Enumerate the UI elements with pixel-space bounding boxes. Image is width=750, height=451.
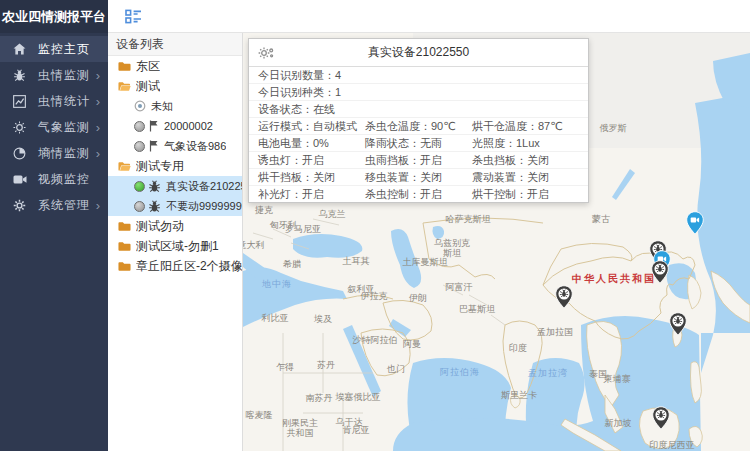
sidebar-item-system-manage[interactable]: 系统管理› — [0, 192, 108, 218]
popup-stat-row: 运行模式：自动模式杀虫仓温度：90℃烘干仓温度：87℃ — [249, 118, 588, 135]
popup-stat-row: 设备状态：在线 — [249, 101, 588, 118]
popup-stat-cell: 烘干挡板：关闭 — [258, 169, 365, 185]
sidebar-item-video-monitor[interactable]: 视频监控 — [0, 166, 108, 192]
sidebar-item-label: 监控主页 — [38, 41, 100, 58]
popup-stat-cell: 烘干仓温度：87℃ — [472, 118, 579, 134]
tree-item-device[interactable]: 20000002 — [108, 116, 242, 136]
popup-stat-cell: 移虫装置：关闭 — [365, 169, 472, 185]
sidebar: 农业四情测报平台 监控主页虫情监测›虫情统计›气象监测›墒情监测›视频监控系统管… — [0, 0, 108, 451]
map-marker-insect-device[interactable] — [651, 260, 669, 288]
tree-item-label: 气象设备986 — [164, 139, 226, 154]
popup-stat-row: 今日识别数量：4 — [249, 67, 588, 84]
sidebar-item-monitor-home[interactable]: 监控主页 — [0, 36, 108, 62]
map-marker-insect-device[interactable] — [669, 312, 687, 340]
tree-item-label: 测试 — [136, 78, 160, 95]
sun-icon — [13, 120, 28, 134]
map-marker-camera-device[interactable] — [686, 211, 704, 239]
chevron-right-icon: › — [96, 69, 100, 82]
sidebar-item-insect-monitor[interactable]: 虫情监测› — [0, 62, 108, 88]
popup-stat-row: 烘干挡板：关闭移虫装置：关闭震动装置：关闭 — [249, 169, 588, 186]
chevron-right-icon: › — [96, 95, 100, 108]
tree-item-device[interactable]: 未知 — [108, 96, 242, 116]
layout-list-icon[interactable] — [125, 9, 142, 24]
folder-open-icon — [118, 161, 131, 172]
tree-item-folder[interactable]: 章丘阳丘区-2个摄像头 — [108, 256, 242, 276]
sidebar-menu: 监控主页虫情监测›虫情统计›气象监测›墒情监测›视频监控系统管理› — [0, 33, 108, 218]
sidebar-item-label: 气象监测 — [38, 119, 96, 136]
device-station-icon — [148, 120, 159, 132]
device-tree: 东区测试未知20000002气象设备986测试专用真实设备21022550不要动… — [108, 56, 242, 276]
folder-closed-icon — [118, 241, 131, 252]
tree-item-device[interactable]: 气象设备986 — [108, 136, 242, 156]
device-bug-icon — [148, 200, 161, 213]
popup-stat-cell: 光照度：1Lux — [472, 135, 579, 151]
map-marker-insect-device[interactable] — [555, 285, 573, 313]
popup-stat-cell: 电池电量：0% — [258, 135, 365, 151]
device-bug-icon — [148, 180, 161, 193]
tree-item-folder[interactable]: 测试勿动 — [108, 216, 242, 236]
device-info-popup: 真实设备21022550 今日识别数量：4今日识别种类：1设备状态：在线运行模式… — [248, 38, 589, 203]
popup-stat-cell: 诱虫灯：开启 — [258, 152, 365, 168]
popup-stat-cell: 震动装置：关闭 — [472, 169, 579, 185]
popup-stat-cell: 杀虫挡板：关闭 — [472, 152, 579, 168]
popup-stat-row: 补光灯：开启杀虫控制：开启烘干控制：开启 — [249, 186, 588, 202]
popup-stat-row: 诱虫灯：开启虫雨挡板：开启杀虫挡板：关闭 — [249, 152, 588, 169]
tree-item-label: 未知 — [151, 99, 173, 114]
tree-item-label: 测试专用 — [136, 158, 184, 175]
sidebar-item-soil-monitor[interactable]: 墒情监测› — [0, 140, 108, 166]
tree-item-label: 测试勿动 — [136, 218, 184, 235]
tree-item-folder[interactable]: 测试区域-勿删1 — [108, 236, 242, 256]
popup-stat-row: 今日识别种类：1 — [249, 84, 588, 101]
tree-item-device[interactable]: 真实设备21022550 — [108, 176, 242, 196]
tree-item-folder[interactable]: 测试专用 — [108, 156, 242, 176]
chevron-right-icon: › — [96, 199, 100, 212]
status-dot-online — [134, 181, 145, 192]
chevron-right-icon: › — [96, 121, 100, 134]
tree-item-label: 章丘阳丘区-2个摄像头 — [136, 258, 242, 275]
sidebar-item-label: 系统管理 — [38, 197, 96, 214]
settings-gear-icon[interactable] — [258, 46, 274, 60]
tree-item-label: 测试区域-勿删1 — [136, 238, 219, 255]
chart-icon — [13, 94, 28, 108]
popup-stat-cell: 杀虫控制：开启 — [365, 186, 472, 202]
popup-stat-cell: 运行模式：自动模式 — [258, 118, 365, 134]
tree-item-label: 20000002 — [164, 120, 213, 132]
popup-stat-cell: 虫雨挡板：开启 — [365, 152, 472, 168]
sidebar-item-label: 墒情监测 — [38, 145, 96, 162]
tree-item-label: 真实设备21022550 — [166, 179, 242, 194]
status-dot-offline — [134, 141, 145, 152]
popup-stat-cell: 补光灯：开启 — [258, 186, 365, 202]
popup-stat-cell: 烘干控制：开启 — [472, 186, 579, 202]
folder-closed-icon — [118, 221, 131, 232]
map-marker-insect-device[interactable] — [652, 406, 670, 434]
status-dot-offline — [134, 121, 145, 132]
sidebar-item-label: 虫情统计 — [38, 93, 96, 110]
folder-open-icon — [118, 81, 131, 92]
map-canvas[interactable]: 俄罗斯蒙古哈萨克斯坦乌兹别克 斯坦土库曼斯坦阿富汗伊朗巴基斯坦印度孟加拉国斯里兰… — [243, 33, 750, 451]
sidebar-item-label: 视频监控 — [38, 171, 100, 188]
device-location-icon — [134, 100, 146, 112]
device-station-icon — [148, 140, 159, 152]
sidebar-item-label: 虫情监测 — [38, 67, 96, 84]
tree-item-folder[interactable]: 测试 — [108, 76, 242, 96]
home-icon — [13, 42, 28, 56]
sidebar-item-weather-monitor[interactable]: 气象监测› — [0, 114, 108, 140]
popup-stat-cell: 杀虫仓温度：90℃ — [365, 118, 472, 134]
tree-item-label: 不要动99999999 — [166, 199, 242, 214]
device-list-panel: 设备列表 东区测试未知20000002气象设备986测试专用真实设备210225… — [108, 33, 243, 451]
device-list-title: 设备列表 — [108, 33, 242, 56]
status-dot-offline — [134, 201, 145, 212]
globe-icon — [13, 146, 28, 160]
tree-item-device[interactable]: 不要动99999999 — [108, 196, 242, 216]
top-bar — [108, 0, 750, 33]
popup-header: 真实设备21022550 — [249, 39, 588, 67]
tree-item-folder[interactable]: 东区 — [108, 56, 242, 76]
video-icon — [13, 172, 28, 186]
popup-stat-row: 电池电量：0%降雨状态：无雨光照度：1Lux — [249, 135, 588, 152]
tree-item-label: 东区 — [136, 58, 160, 75]
bug-icon — [13, 68, 28, 82]
app-title: 农业四情测报平台 — [0, 0, 108, 33]
folder-closed-icon — [118, 61, 131, 72]
popup-device-title: 真实设备21022550 — [249, 44, 588, 61]
sidebar-item-insect-stats[interactable]: 虫情统计› — [0, 88, 108, 114]
